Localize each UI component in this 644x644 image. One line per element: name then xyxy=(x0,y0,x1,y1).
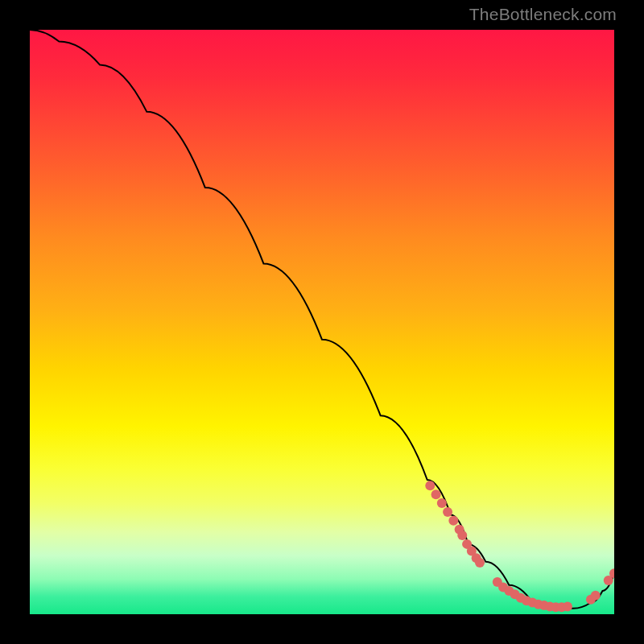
data-marker xyxy=(604,576,613,585)
data-marker xyxy=(448,516,458,526)
data-marker xyxy=(475,558,485,568)
data-marker xyxy=(539,601,549,610)
data-marker xyxy=(425,481,435,490)
data-marker xyxy=(510,589,520,599)
data-marker xyxy=(557,602,567,612)
data-marker xyxy=(591,591,601,601)
data-marker xyxy=(504,586,514,596)
data-marker xyxy=(516,593,526,603)
data-marker xyxy=(472,553,481,563)
data-marker xyxy=(563,602,572,612)
data-marker xyxy=(467,547,477,556)
data-marker xyxy=(437,498,447,508)
plot-area xyxy=(30,30,614,614)
data-marker xyxy=(443,507,452,517)
data-marker xyxy=(586,595,596,605)
watermark-text: TheBottleneck.com xyxy=(469,5,617,24)
data-marker xyxy=(534,600,543,609)
data-marker xyxy=(551,602,560,612)
data-marker xyxy=(609,568,614,578)
data-marker xyxy=(545,602,555,612)
data-marker xyxy=(431,489,441,499)
chart-svg xyxy=(30,30,614,614)
chart-stage: TheBottleneck.com xyxy=(0,0,644,644)
data-marker xyxy=(498,583,508,592)
data-marker xyxy=(457,530,467,540)
data-marker xyxy=(493,577,502,587)
data-marker xyxy=(522,596,531,605)
marker-group xyxy=(425,481,614,612)
data-marker xyxy=(462,539,472,549)
data-marker xyxy=(527,597,537,607)
bottleneck-curve xyxy=(30,30,614,609)
data-marker xyxy=(455,525,464,535)
